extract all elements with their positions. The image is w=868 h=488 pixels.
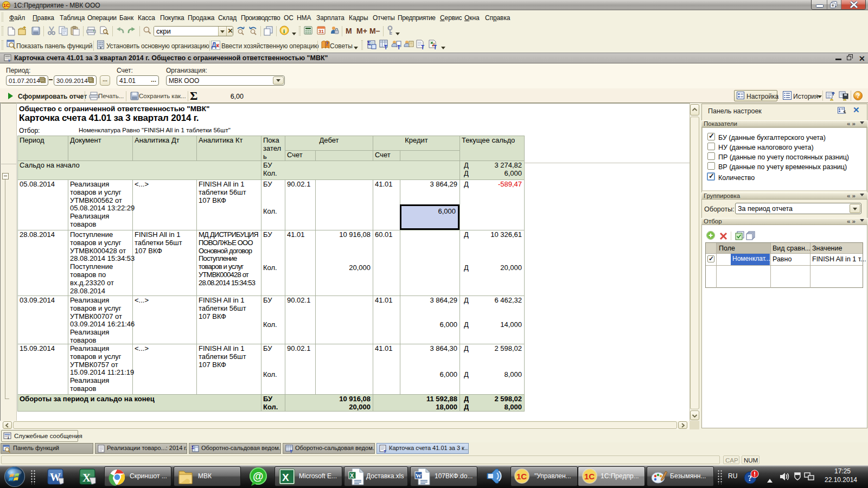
svg-text:X: X	[350, 472, 354, 479]
svg-text:T: T	[290, 449, 292, 454]
svg-text:T: T	[421, 44, 424, 50]
svg-text:?: ?	[326, 40, 329, 47]
svg-text:1С: 1С	[584, 472, 595, 481]
svg-text:T: T	[397, 44, 400, 50]
svg-text:T: T	[384, 44, 387, 50]
svg-text:@: @	[253, 470, 264, 482]
svg-text:T: T	[384, 449, 386, 454]
svg-text:W: W	[416, 472, 422, 479]
svg-text:X: X	[282, 472, 289, 483]
svg-text:i: i	[283, 28, 285, 34]
svg-text:Σ: Σ	[367, 40, 371, 46]
svg-text:1C: 1C	[3, 3, 10, 8]
svg-text:T: T	[433, 44, 437, 50]
svg-text:31: 31	[318, 29, 324, 34]
svg-text:Σ: Σ	[192, 445, 194, 450]
svg-text:т: т	[8, 59, 10, 62]
svg-text:?: ?	[856, 92, 860, 100]
svg-text:1С: 1С	[516, 472, 527, 481]
